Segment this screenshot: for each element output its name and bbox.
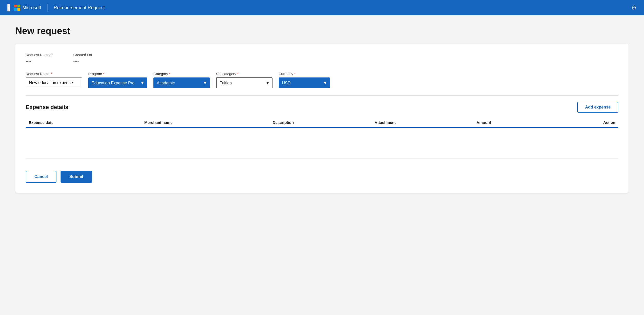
- subcategory-label: Subcategory *: [216, 72, 272, 76]
- currency-required: *: [294, 72, 296, 76]
- category-required: *: [169, 72, 170, 76]
- company-name: Microsoft: [22, 5, 41, 11]
- col-expense-date: Expense date: [26, 118, 141, 127]
- currency-label: Currency *: [279, 72, 330, 76]
- settings-icon[interactable]: ⚙: [631, 4, 637, 11]
- form-card: Request Number ---- Created On ---- Requ…: [15, 44, 629, 193]
- app-header: ‹ Microsoft Reimbursement Request ⚙: [0, 0, 644, 15]
- col-amount: Amount: [473, 118, 551, 127]
- program-label: Program *: [88, 72, 147, 76]
- logo-area: Microsoft: [14, 5, 41, 11]
- currency-select[interactable]: USD EUR GBP CAD: [279, 77, 330, 88]
- back-button[interactable]: ‹: [7, 4, 10, 12]
- header-divider: [47, 4, 47, 12]
- created-on-field: Created On ----: [73, 53, 92, 64]
- program-select-wrapper: Education Expense Pro Other Program ▼: [88, 77, 147, 88]
- add-expense-button[interactable]: Add expense: [577, 102, 618, 113]
- category-select-wrapper: Academic Professional Other ▼: [153, 77, 210, 88]
- col-attachment: Attachment: [372, 118, 473, 127]
- subcategory-select[interactable]: Tuition Books Fees Other: [216, 77, 272, 88]
- microsoft-logo: [14, 5, 20, 11]
- app-title: Reimbursement Request: [54, 5, 105, 11]
- col-description: Description: [270, 118, 372, 127]
- table-header-row: Expense date Merchant name Description A…: [26, 118, 618, 127]
- request-number-field: Request Number ----: [26, 53, 53, 64]
- form-fields-row: Request Name * Program * Education Expen…: [26, 72, 618, 88]
- category-group: Category * Academic Professional Other ▼: [153, 72, 210, 88]
- category-label: Category *: [153, 72, 210, 76]
- page-content: New request Request Number ---- Created …: [0, 15, 644, 203]
- cancel-button[interactable]: Cancel: [26, 171, 56, 183]
- expense-details-header: Expense details Add expense: [26, 102, 618, 113]
- expense-table: Expense date Merchant name Description A…: [26, 118, 618, 159]
- table-empty-row: [26, 127, 618, 158]
- request-name-label: Request Name *: [26, 72, 82, 76]
- created-on-label: Created On: [73, 53, 92, 57]
- program-required: *: [103, 72, 104, 76]
- request-info-row: Request Number ---- Created On ----: [26, 53, 618, 64]
- program-select[interactable]: Education Expense Pro Other Program: [88, 77, 147, 88]
- subcategory-group: Subcategory * Tuition Books Fees Other ▼: [216, 72, 272, 88]
- page-title: New request: [15, 26, 629, 36]
- created-on-value: ----: [73, 59, 92, 64]
- category-select[interactable]: Academic Professional Other: [153, 77, 210, 88]
- currency-group: Currency * USD EUR GBP CAD ▼: [279, 72, 330, 88]
- form-actions: Cancel Submit: [26, 167, 618, 183]
- request-name-group: Request Name *: [26, 72, 82, 88]
- section-divider: [26, 95, 618, 96]
- request-name-input[interactable]: [26, 77, 82, 88]
- program-group: Program * Education Expense Pro Other Pr…: [88, 72, 147, 88]
- submit-button[interactable]: Submit: [61, 171, 92, 183]
- subcategory-required: *: [237, 72, 239, 76]
- col-merchant-name: Merchant name: [141, 118, 269, 127]
- request-name-required: *: [51, 72, 52, 76]
- col-action: Action: [551, 118, 618, 127]
- request-number-value: ----: [26, 59, 53, 64]
- request-number-label: Request Number: [26, 53, 53, 57]
- expense-details-title: Expense details: [26, 104, 68, 111]
- subcategory-select-wrapper: Tuition Books Fees Other ▼: [216, 77, 272, 88]
- currency-select-wrapper: USD EUR GBP CAD ▼: [279, 77, 330, 88]
